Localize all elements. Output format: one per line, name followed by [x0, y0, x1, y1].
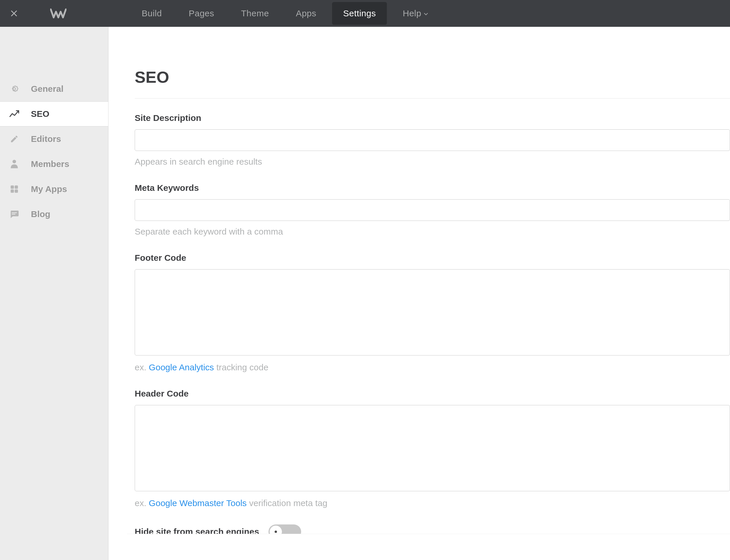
close-button[interactable] — [7, 6, 21, 20]
nav-build[interactable]: Build — [131, 2, 173, 25]
topbar: Build Pages Theme Apps Settings Help — [0, 0, 730, 27]
topbar-nav: Build Pages Theme Apps Settings Help — [128, 0, 442, 27]
footer-code-textarea[interactable] — [135, 269, 730, 355]
hint-suffix: verification meta tag — [247, 498, 327, 508]
svg-rect-5 — [11, 189, 14, 193]
sidebar-item-blog[interactable]: Blog — [0, 202, 108, 227]
header-code-textarea[interactable] — [135, 405, 730, 491]
grid-icon — [8, 183, 20, 195]
sidebar: General SEO Editors — [0, 27, 108, 560]
sidebar-item-label: Members — [31, 159, 69, 169]
logo[interactable] — [49, 6, 68, 20]
page-title: SEO — [135, 68, 730, 98]
google-webmaster-tools-link[interactable]: Google Webmaster Tools — [149, 498, 247, 508]
nav-apps[interactable]: Apps — [285, 2, 327, 25]
gear-icon — [8, 83, 20, 95]
sidebar-item-seo[interactable]: SEO — [0, 101, 108, 126]
field-hint: Appears in search engine results — [135, 157, 730, 167]
field-hint: ex. Google Analytics tracking code — [135, 362, 730, 372]
content: SEO Site Description Appears in search e… — [108, 27, 730, 560]
meta-keywords-input[interactable] — [135, 199, 730, 221]
svg-rect-4 — [15, 186, 18, 189]
field-label: Header Code — [135, 389, 730, 399]
hint-suffix: tracking code — [214, 362, 268, 372]
site-description-input[interactable] — [135, 129, 730, 151]
field-label: Site Description — [135, 113, 730, 123]
bottom-strip — [127, 534, 730, 560]
close-icon — [10, 9, 18, 17]
weebly-logo-icon — [50, 8, 66, 19]
field-site-description: Site Description Appears in search engin… — [135, 113, 730, 167]
sidebar-item-label: General — [31, 84, 64, 94]
trend-icon — [8, 108, 20, 120]
field-label: Footer Code — [135, 253, 730, 263]
sidebar-item-general[interactable]: General — [0, 76, 108, 101]
hint-prefix: ex. — [135, 362, 149, 372]
sidebar-item-label: My Apps — [31, 184, 67, 194]
svg-point-2 — [13, 160, 16, 163]
svg-rect-7 — [12, 212, 17, 213]
person-icon — [8, 158, 20, 170]
field-header-code: Header Code ex. Google Webmaster Tools v… — [135, 389, 730, 508]
nav-theme[interactable]: Theme — [230, 2, 280, 25]
svg-rect-6 — [15, 189, 18, 193]
nav-help[interactable]: Help — [392, 2, 439, 25]
nav-pages[interactable]: Pages — [177, 2, 225, 25]
message-icon — [8, 208, 20, 220]
field-hint: ex. Google Webmaster Tools verification … — [135, 498, 730, 508]
nav-help-label: Help — [403, 8, 421, 18]
sidebar-item-editors[interactable]: Editors — [0, 126, 108, 152]
chevron-down-icon — [424, 13, 428, 15]
pencil-icon — [8, 133, 20, 145]
field-meta-keywords: Meta Keywords Separate each keyword with… — [135, 183, 730, 237]
sidebar-item-label: SEO — [31, 109, 49, 119]
field-label: Meta Keywords — [135, 183, 730, 193]
sidebar-item-label: Blog — [31, 209, 50, 219]
sidebar-item-myapps[interactable]: My Apps — [0, 177, 108, 202]
nav-settings[interactable]: Settings — [332, 2, 387, 25]
field-hint: Separate each keyword with a comma — [135, 227, 730, 237]
google-analytics-link[interactable]: Google Analytics — [149, 362, 214, 372]
sidebar-item-label: Editors — [31, 134, 61, 144]
field-footer-code: Footer Code ex. Google Analytics trackin… — [135, 253, 730, 372]
sidebar-item-members[interactable]: Members — [0, 152, 108, 177]
svg-rect-8 — [12, 214, 15, 214]
svg-rect-3 — [11, 186, 14, 189]
hint-prefix: ex. — [135, 498, 149, 508]
